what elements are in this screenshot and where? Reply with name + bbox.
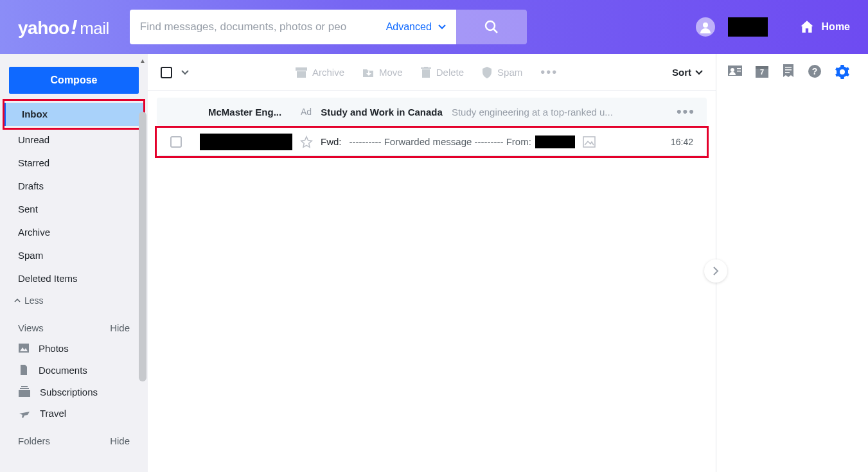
email-row[interactable]: Fwd: ---------- Forwarded message ------…: [159, 128, 705, 156]
email-checkbox[interactable]: [170, 136, 182, 148]
spam-button[interactable]: Spam: [475, 67, 529, 78]
view-subscriptions[interactable]: Subscriptions: [0, 381, 148, 403]
notepad-icon[interactable]: [782, 64, 795, 78]
trash-icon: [421, 67, 431, 78]
highlight-box-email: Fwd: ---------- Forwarded message ------…: [155, 126, 709, 158]
archive-button[interactable]: Archive: [289, 67, 351, 78]
subscriptions-icon: [18, 386, 31, 398]
avatar[interactable]: [696, 17, 715, 37]
search-button[interactable]: [456, 10, 527, 44]
advanced-label: Advanced: [386, 21, 432, 33]
move-button[interactable]: Move: [356, 67, 409, 78]
expand-right-panel[interactable]: [704, 259, 727, 283]
more-actions-button[interactable]: •••: [534, 65, 564, 80]
ad-source: McMaster Eng...: [208, 107, 292, 118]
view-subscriptions-label: Subscriptions: [40, 387, 98, 398]
search-box[interactable]: Advanced: [130, 10, 456, 44]
svg-rect-9: [297, 71, 306, 78]
home-link[interactable]: Home: [799, 19, 850, 35]
header: yahoo!mail Advanced Home: [0, 0, 868, 54]
sender-redacted: [200, 134, 292, 150]
view-documents[interactable]: Documents: [0, 359, 148, 381]
chevron-up-icon: [14, 299, 21, 302]
ad-more-icon[interactable]: •••: [677, 103, 695, 120]
delete-label: Delete: [436, 67, 464, 78]
message-list-pane: Archive Move Delete Spam ••• Sort: [148, 54, 716, 472]
views-hide[interactable]: Hide: [110, 322, 130, 333]
svg-rect-7: [21, 386, 28, 387]
chevron-right-icon: [713, 267, 719, 275]
svg-rect-16: [737, 68, 741, 69]
folders-title: Folders: [18, 435, 50, 446]
folders-hide[interactable]: Hide: [110, 435, 130, 446]
folder-sent[interactable]: Sent: [0, 198, 148, 221]
username-redacted: [728, 17, 768, 37]
email-subject: Fwd:: [321, 136, 342, 147]
person-icon: [699, 21, 712, 33]
help-icon[interactable]: ?: [808, 64, 822, 78]
search-icon: [484, 19, 499, 35]
calendar-day: 7: [755, 68, 769, 76]
contacts-icon[interactable]: [728, 64, 742, 77]
svg-rect-6: [20, 388, 29, 389]
scrollbar-thumb[interactable]: [139, 112, 146, 381]
move-label: Move: [379, 67, 403, 78]
collapse-less[interactable]: Less: [0, 290, 148, 311]
view-photos-label: Photos: [39, 343, 69, 354]
folder-spam[interactable]: Spam: [0, 244, 148, 267]
svg-text:?: ?: [812, 66, 818, 76]
svg-rect-10: [422, 69, 430, 78]
image-attachment-icon: [583, 136, 596, 148]
sidebar: Compose Inbox Unread Starred Drafts Sent…: [0, 54, 148, 472]
settings-gear-icon[interactable]: [835, 64, 850, 80]
select-all-checkbox[interactable]: [161, 67, 172, 78]
travel-icon: [18, 408, 31, 419]
chevron-down-icon[interactable]: [181, 70, 189, 75]
view-photos[interactable]: Photos: [0, 337, 148, 359]
views-header: Views Hide: [0, 311, 148, 337]
folder-inbox[interactable]: Inbox: [4, 103, 144, 126]
folder-unread[interactable]: Unread: [0, 128, 148, 152]
search-input[interactable]: [140, 21, 386, 33]
advanced-search-toggle[interactable]: Advanced: [386, 21, 446, 33]
compose-button[interactable]: Compose: [9, 67, 139, 94]
view-travel[interactable]: Travel: [0, 403, 148, 424]
photos-icon: [18, 342, 30, 354]
archive-icon: [296, 67, 307, 78]
folder-archive[interactable]: Archive: [0, 221, 148, 244]
chevron-down-icon: [695, 70, 703, 75]
calendar-icon[interactable]: 7: [755, 64, 769, 78]
logo-text-yahoo: yahoo: [18, 18, 69, 39]
folder-deleted[interactable]: Deleted Items: [0, 267, 148, 290]
svg-point-0: [486, 21, 495, 30]
svg-point-2: [703, 22, 708, 28]
email-preview: ---------- Forwarded message --------- F…: [350, 135, 575, 148]
search-bar: Advanced: [130, 10, 527, 44]
ad-tag: Ad: [301, 107, 312, 117]
folder-drafts[interactable]: Drafts: [0, 175, 148, 198]
svg-point-15: [731, 68, 734, 72]
folder-starred[interactable]: Starred: [0, 152, 148, 175]
home-label: Home: [822, 21, 850, 33]
svg-rect-21: [785, 69, 792, 71]
yahoo-mail-logo[interactable]: yahoo!mail: [18, 15, 109, 39]
move-icon: [362, 67, 374, 78]
folders-header: Folders Hide: [0, 424, 148, 450]
svg-line-1: [493, 29, 497, 33]
home-icon: [799, 19, 815, 35]
delete-button[interactable]: Delete: [414, 67, 470, 78]
ad-title: Study and Work in Canada: [321, 107, 443, 118]
less-label: Less: [24, 295, 44, 306]
email-time: 16:42: [671, 137, 693, 147]
shield-icon: [482, 67, 492, 78]
sponsored-ad-row[interactable]: McMaster Eng... Ad Study and Work in Can…: [157, 98, 707, 126]
sort-label: Sort: [672, 67, 691, 78]
svg-rect-17: [737, 71, 741, 72]
sort-button[interactable]: Sort: [672, 67, 703, 78]
star-icon[interactable]: [300, 135, 313, 148]
archive-label: Archive: [312, 67, 344, 78]
svg-rect-5: [19, 390, 30, 397]
ad-description: Study engineering at a top-ranked u...: [452, 107, 668, 118]
scroll-up-arrow[interactable]: ▲: [137, 55, 148, 66]
svg-rect-8: [296, 67, 307, 71]
